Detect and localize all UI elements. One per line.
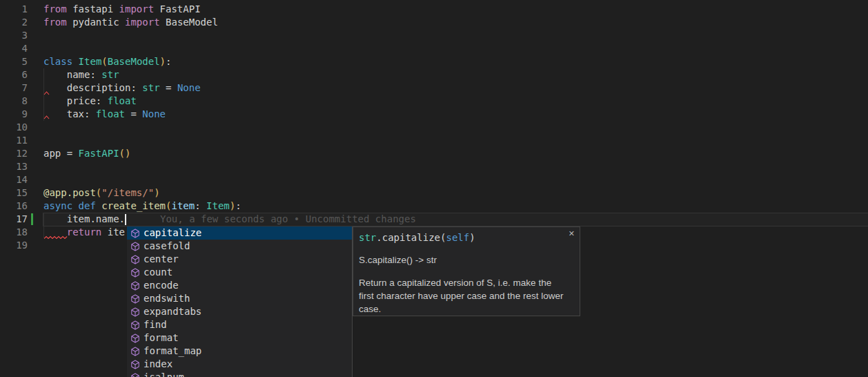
code-text: from pydantic import BaseModel <box>43 16 218 29</box>
gutter-added-indicator <box>31 213 33 225</box>
line-number[interactable]: 19 <box>0 239 28 252</box>
suggestion-item-isalnum[interactable]: isalnum <box>127 371 352 377</box>
code-line[interactable]: 13 <box>0 160 868 173</box>
suggestion-label: expandtabs <box>144 305 201 318</box>
code-text: tax: float = None <box>43 108 166 121</box>
code-token: str <box>359 232 376 243</box>
method-icon <box>130 320 140 330</box>
code-token: "/items/" <box>101 187 154 198</box>
line-number[interactable]: 14 <box>0 173 28 186</box>
method-icon <box>130 334 140 343</box>
code-token: item <box>171 200 195 211</box>
suggestion-label: format <box>144 331 179 345</box>
code-token: float <box>108 95 137 106</box>
code-line[interactable]: 8 price: float <box>0 95 868 108</box>
line-number[interactable]: 16 <box>0 200 28 213</box>
code-line[interactable]: 17 item.name. <box>0 213 868 226</box>
suggestion-item-format[interactable]: format <box>127 331 352 345</box>
code-token: .capitalize( <box>376 232 446 243</box>
suggestion-label: casefold <box>144 240 190 253</box>
line-number[interactable]: 7 <box>0 81 28 95</box>
suggestion-item-find[interactable]: find <box>127 318 352 331</box>
line-number[interactable]: 10 <box>0 121 28 134</box>
line-number[interactable]: 2 <box>0 16 28 29</box>
line-number[interactable]: 6 <box>0 68 28 81</box>
code-text: from fastapi import FastAPI <box>43 3 201 16</box>
code-text: class Item(BaseModel): <box>43 55 171 68</box>
suggestion-item-index[interactable]: index <box>127 358 352 371</box>
code-token: self <box>446 232 469 243</box>
line-number[interactable]: 5 <box>0 55 28 68</box>
error-squiggle <box>43 115 50 119</box>
description-line: first character have upper case and the … <box>359 289 574 302</box>
code-token: Item <box>79 56 102 67</box>
suggestion-docs-panel: str.capitalize(self) ✕ S.capitalize() ->… <box>353 226 580 316</box>
line-number[interactable]: 11 <box>0 134 28 147</box>
suggestion-label: endswith <box>144 292 190 305</box>
code-line[interactable]: 3 <box>0 29 868 42</box>
code-token: ) <box>154 187 159 198</box>
error-squiggle <box>44 235 68 240</box>
code-token: ( <box>101 56 107 67</box>
suggestion-item-casefold[interactable]: casefold <box>127 240 352 253</box>
line-number[interactable]: 13 <box>0 160 28 173</box>
code-line[interactable]: 14 <box>0 173 868 186</box>
code-token: BaseModel <box>160 17 218 28</box>
error-squiggle <box>43 91 50 95</box>
code-token: None <box>142 108 166 119</box>
line-number[interactable]: 4 <box>0 42 28 55</box>
method-icon <box>130 294 140 304</box>
git-blame-annotation: You, a few seconds ago • Uncommitted cha… <box>160 213 416 226</box>
code-token: () <box>119 148 131 159</box>
line-number[interactable]: 12 <box>0 147 28 160</box>
code-line[interactable]: 6 name: str <box>0 68 868 81</box>
line-number[interactable]: 15 <box>0 186 28 200</box>
suggestion-item-encode[interactable]: encode <box>127 279 352 292</box>
line-number[interactable]: 17 <box>0 213 28 226</box>
suggestion-item-count[interactable]: count <box>127 266 352 279</box>
suggestion-item-capitalize[interactable]: capitalize <box>127 226 352 240</box>
code-text: item.name. <box>43 213 125 226</box>
code-line[interactable]: 4 <box>0 42 868 55</box>
code-line[interactable]: 1from fastapi import FastAPI <box>0 3 868 16</box>
suggestion-label: center <box>144 253 179 266</box>
suggestion-item-expandtabs[interactable]: expandtabs <box>127 305 352 318</box>
code-line[interactable]: 2from pydantic import BaseModel <box>0 16 868 29</box>
code-line[interactable]: 11 <box>0 134 868 147</box>
line-number[interactable]: 3 <box>0 29 28 42</box>
suggestion-item-endswith[interactable]: endswith <box>127 292 352 305</box>
method-icon <box>130 373 140 377</box>
suggestion-label: encode <box>144 279 179 292</box>
line-number[interactable]: 8 <box>0 95 28 108</box>
code-line[interactable]: 15@app.post("/items/") <box>0 186 868 200</box>
code-token: fastapi <box>67 3 119 14</box>
code-line[interactable]: 12app = FastAPI() <box>0 147 868 160</box>
description-line: Return a capitalized version of S, i.e. … <box>359 276 574 289</box>
line-number[interactable]: 9 <box>0 108 28 121</box>
text-cursor <box>125 214 126 225</box>
code-line[interactable]: 16async def create_item(item: Item): <box>0 200 868 213</box>
close-icon[interactable]: ✕ <box>569 230 575 238</box>
line-number[interactable]: 1 <box>0 3 28 16</box>
method-icon <box>130 360 140 369</box>
code-token: class <box>43 56 72 67</box>
code-token: ite <box>101 226 125 238</box>
code-editor: 1from fastapi import FastAPI2from pydant… <box>0 0 868 377</box>
code-line[interactable]: 10 <box>0 121 868 134</box>
line-number[interactable]: 18 <box>0 226 28 239</box>
code-token: description: <box>43 82 142 93</box>
code-token: str <box>142 82 159 93</box>
code-line[interactable]: 7 description: str = None <box>0 81 868 95</box>
suggestion-item-center[interactable]: center <box>127 253 352 266</box>
suggestion-item-format_map[interactable]: format_map <box>127 345 352 358</box>
code-token: import <box>125 17 160 28</box>
code-line[interactable]: 9 tax: float = None <box>0 108 868 121</box>
code-token: None <box>177 82 201 93</box>
code-token: from <box>43 17 67 28</box>
suggestion-label: count <box>144 266 172 279</box>
code-text: description: str = None <box>43 81 201 95</box>
code-line[interactable]: 5class Item(BaseModel): <box>0 55 868 68</box>
code-text: async def create_item(item: Item): <box>43 200 241 213</box>
code-token: from <box>43 3 67 14</box>
code-token: tax: <box>43 108 96 119</box>
